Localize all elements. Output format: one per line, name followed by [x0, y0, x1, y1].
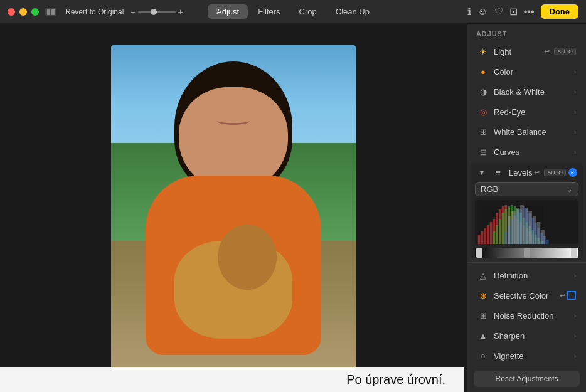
svg-rect-63: [541, 230, 545, 244]
vignette-icon: ○: [477, 350, 489, 361]
heart-icon[interactable]: ♡: [494, 6, 503, 18]
sidebar-item-curves[interactable]: ⊟ Curves ›: [470, 142, 583, 161]
chevron-icon-curves: ›: [574, 149, 576, 156]
levels-black-point[interactable]: [476, 248, 482, 258]
sidebar-item-definition[interactable]: △ Definition ›: [470, 266, 583, 285]
whitebalance-label: White Balance: [494, 127, 574, 137]
dog-head: [218, 225, 277, 290]
levels-header[interactable]: ▼ ≡ Levels ↩ AUTO: [470, 163, 583, 182]
chevron-icon-vignette: ›: [574, 352, 576, 359]
more-icon[interactable]: •••: [524, 6, 535, 18]
tab-filters[interactable]: Filters: [249, 4, 289, 19]
color-icon: ●: [477, 66, 489, 77]
traffic-lights: [8, 8, 39, 16]
levels-label: Levels: [509, 168, 534, 177]
fullscreen-button[interactable]: [31, 8, 39, 16]
sun-icon: ☀: [477, 46, 489, 57]
chevron-icon-def: ›: [574, 272, 576, 279]
zoom-slider[interactable]: [138, 11, 176, 13]
sidebar-item-noise-reduction[interactable]: ⊞ Noise Reduction ›: [470, 306, 583, 325]
rgb-label: RGB: [481, 184, 498, 194]
separator-1: [467, 262, 586, 263]
levels-section: ▼ ≡ Levels ↩ AUTO RGB ⌄: [470, 163, 583, 258]
whitebalance-icon: ⊞: [477, 126, 489, 137]
titlebar: Revert to Original − + Adjust Filters Cr…: [0, 0, 586, 24]
light-label: Light: [494, 47, 544, 56]
done-button[interactable]: Done: [541, 4, 579, 19]
right-panel: ADJUST ☀ Light ↩ AUTO ● Color › ◑ Black …: [467, 24, 586, 392]
svg-rect-7: [490, 222, 493, 244]
svg-rect-57: [516, 208, 519, 244]
curves-label: Curves: [494, 147, 574, 157]
tab-cleanup[interactable]: Clean Up: [327, 4, 378, 19]
zoom-in-button[interactable]: +: [178, 7, 183, 17]
sidebar-item-light[interactable]: ☀ Light ↩ AUTO: [470, 42, 583, 61]
zoom-controls: − +: [130, 7, 183, 17]
sidebar-item-vignette[interactable]: ○ Vignette ›: [470, 346, 583, 365]
sidebar-item-black-white[interactable]: ◑ Black & White ›: [470, 82, 583, 101]
info-icon[interactable]: ℹ: [467, 6, 471, 18]
close-button[interactable]: [8, 8, 15, 16]
minimize-button[interactable]: [19, 8, 27, 16]
sharpen-icon: ▲: [477, 330, 489, 341]
chevron-icon-sharpen: ›: [574, 332, 576, 339]
zoom-out-button[interactable]: −: [130, 7, 135, 17]
svg-rect-56: [512, 211, 516, 244]
svg-rect-25: [499, 219, 501, 244]
sidebar-item-color[interactable]: ● Color ›: [470, 62, 583, 81]
svg-rect-0: [47, 9, 50, 15]
reset-adjustments-button[interactable]: Reset Adjustments: [474, 371, 580, 387]
emoji-icon[interactable]: ☺: [477, 6, 487, 18]
chevron-icon-wb: ›: [574, 129, 576, 135]
revert-icon[interactable]: ↩: [544, 48, 550, 56]
bw-label: Black & White: [494, 87, 574, 97]
sidebar-item-sharpen[interactable]: ▲ Sharpen ›: [470, 326, 583, 345]
levels-slider-track[interactable]: [475, 248, 578, 258]
levels-grid-icon: ≡: [493, 167, 504, 178]
svg-rect-60: [528, 211, 532, 244]
levels-midpoint[interactable]: [524, 248, 530, 258]
sidebar-item-selective-color[interactable]: ⊕ Selective Color ↩: [470, 286, 583, 305]
layout-toggle[interactable]: [45, 8, 56, 16]
selective-color-revert-icon[interactable]: ↩: [560, 292, 565, 300]
levels-active-indicator: [568, 168, 577, 177]
photo-area[interactable]: Po úprave úrovní.: [0, 24, 467, 392]
svg-rect-6: [487, 225, 489, 244]
toolbar-right: ℹ ☺ ♡ ⊡ ••• Done: [467, 4, 578, 19]
levels-icon: ▼: [476, 167, 487, 178]
chevron-icon-noise: ›: [574, 312, 576, 319]
auto-badge-light[interactable]: AUTO: [554, 48, 576, 55]
smile: [217, 117, 250, 125]
nav-tabs: Adjust Filters Crop Clean Up: [208, 4, 378, 19]
sidebar-item-red-eye[interactable]: ◎ Red-Eye ›: [470, 102, 583, 121]
selective-color-label: Selective Color: [494, 291, 560, 300]
tab-adjust[interactable]: Adjust: [208, 4, 248, 19]
svg-rect-4: [481, 231, 483, 244]
selective-color-icon: ⊕: [477, 290, 489, 301]
svg-rect-24: [496, 225, 498, 244]
histogram-svg: [475, 200, 578, 244]
svg-rect-62: [537, 222, 541, 244]
svg-rect-26: [502, 213, 504, 244]
svg-rect-3: [478, 235, 481, 244]
caption-text: Po úprave úrovní.: [346, 373, 445, 387]
sidebar-item-white-balance[interactable]: ⊞ White Balance ›: [470, 122, 583, 141]
chevron-icon-redeye: ›: [574, 109, 576, 115]
caption-area: Po úprave úrovní.: [0, 367, 464, 392]
svg-rect-55: [508, 216, 511, 244]
redeye-icon: ◎: [477, 106, 489, 117]
person-layer: [136, 61, 331, 371]
revert-button[interactable]: Revert to Original: [65, 8, 124, 16]
tab-crop[interactable]: Crop: [290, 4, 326, 19]
histogram-container: [475, 200, 578, 244]
auto-badge-levels[interactable]: AUTO: [544, 169, 566, 176]
levels-revert-icon[interactable]: ↩: [534, 169, 540, 177]
zoom-thumb[interactable]: [151, 9, 157, 15]
color-label: Color: [494, 67, 574, 77]
svg-rect-5: [484, 228, 486, 244]
share-icon[interactable]: ⊡: [509, 6, 518, 18]
chevron-icon-bw: ›: [574, 88, 576, 95]
rgb-select[interactable]: RGB ⌄: [475, 182, 578, 196]
levels-white-point[interactable]: [571, 248, 577, 258]
svg-rect-23: [493, 231, 495, 244]
